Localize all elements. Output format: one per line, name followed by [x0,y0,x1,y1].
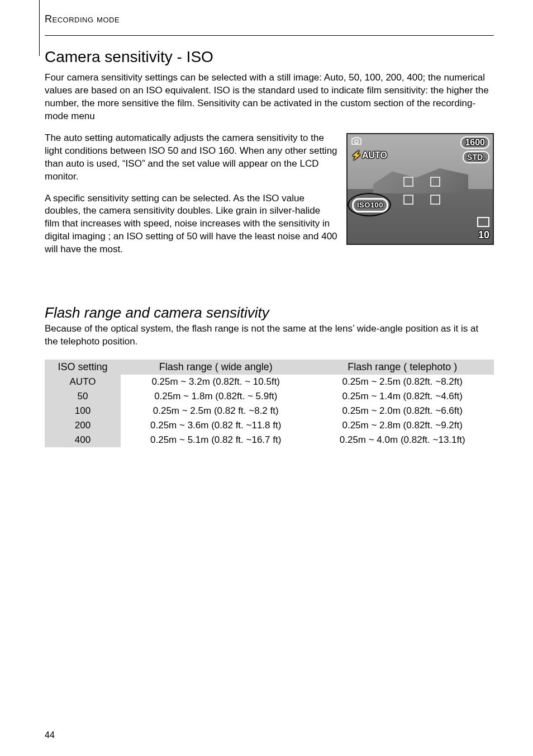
table-row: 50 0.25m ~ 1.8m (0.82ft. ~ 5.9ft) 0.25m … [45,389,494,404]
cell-flash-wide: 0.25m ~ 3.2m (0.82ft. ~ 10.5ft) [121,375,311,389]
svg-point-0 [355,140,358,143]
af-frame-corner [430,177,440,187]
table-header-row: ISO setting Flash range ( wide angle) Fl… [45,360,494,375]
cell-iso-setting: 400 [45,433,121,447]
paragraph-flash-range: Because of the optical system, the flash… [45,323,494,348]
cell-flash-tele: 0.25m ~ 2.5m (0.82ft. ~8.2ft) [311,375,494,389]
scene-illustration [373,162,468,193]
flash-auto-indicator: ⚡AUTO [351,150,387,160]
mode-icon [477,217,489,227]
cell-flash-wide: 0.25m ~ 1.8m (0.82ft. ~ 5.9ft) [121,389,311,404]
cell-iso-setting: 100 [45,404,121,418]
table-row: 200 0.25m ~ 3.6m (0.82 ft. ~11.8 ft) 0.2… [45,418,494,433]
cell-iso-setting: 50 [45,389,121,404]
cell-flash-tele: 0.25m ~ 4.0m (0.82ft. ~13.1ft) [311,433,494,447]
table-row: AUTO 0.25m ~ 3.2m (0.82ft. ~ 10.5ft) 0.2… [45,375,494,389]
cell-iso-setting: 200 [45,418,121,433]
page-number: 44 [45,730,55,740]
table-row: 100 0.25m ~ 2.5m (0.82 ft. ~8.2 ft) 0.25… [45,404,494,418]
lcd-preview: ⚡AUTO ISO100 1600 STD. 10 [346,133,494,245]
table-row: 400 0.25m ~ 5.1m (0.82 ft. ~16.7 ft) 0.2… [45,433,494,447]
header-rule-vertical [39,0,40,56]
running-header: Recording mode [45,13,494,35]
cell-flash-wide: 0.25m ~ 5.1m (0.82 ft. ~16.7 ft) [121,433,311,447]
cell-flash-tele: 0.25m ~ 2.8m (0.82ft. ~9.2ft) [311,418,494,433]
sub-section-title: Flash range and camera sensitivity [45,304,494,322]
cell-iso-setting: AUTO [45,375,121,389]
flash-range-table: ISO setting Flash range ( wide angle) Fl… [45,360,494,447]
col-header-flash-tele: Flash range ( telephoto ) [311,360,494,375]
col-header-iso-setting: ISO setting [45,360,121,375]
cell-flash-tele: 0.25m ~ 2.0m (0.82ft. ~6.6ft) [311,404,494,418]
paragraph-intro: Four camera sensitivity settings can be … [45,72,494,123]
camera-icon [351,136,362,144]
col-header-flash-wide: Flash range ( wide angle) [121,360,311,375]
cell-flash-wide: 0.25m ~ 3.6m (0.82 ft. ~11.8 ft) [121,418,311,433]
header-rule [45,35,494,36]
section-title: Camera sensitivity - ISO [45,48,494,66]
quality-indicator: STD. [463,151,489,163]
cell-flash-wide: 0.25m ~ 2.5m (0.82 ft. ~8.2 ft) [121,404,311,418]
resolution-indicator: 1600 [460,136,489,149]
af-frame-corner [403,177,413,187]
frame-counter: 10 [478,229,489,241]
af-frame-corner [403,195,413,205]
cell-flash-tele: 0.25m ~ 1.4m (0.82ft. ~4.6ft) [311,389,494,404]
af-frame-corner [430,195,440,205]
iso-indicator: ISO100 [352,198,388,212]
